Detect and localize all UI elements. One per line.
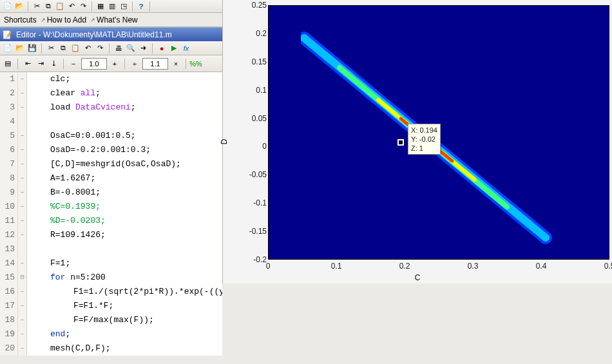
fold-marker[interactable]: –	[18, 101, 27, 115]
fold-marker[interactable]: –	[18, 341, 27, 356]
cut-icon[interactable]: ✂	[46, 43, 56, 53]
code-text[interactable]: end;	[27, 327, 222, 341]
fold-marker[interactable]: –	[18, 313, 27, 327]
fold-marker[interactable]: –	[18, 214, 27, 228]
help-icon[interactable]: ?	[136, 1, 146, 12]
code-line[interactable]: 18–F=F/max(max(F));	[0, 313, 222, 327]
undo-icon[interactable]: ↶	[82, 43, 93, 53]
fold-marker[interactable]: ⊟	[18, 271, 27, 285]
guide-icon[interactable]: ▥	[107, 1, 117, 12]
paste-icon[interactable]: 📋	[55, 1, 65, 12]
fold-marker[interactable]: –	[18, 256, 27, 271]
open-file-icon[interactable]: 📂	[15, 43, 25, 53]
code-line[interactable]: 8–A=1.6267;	[0, 171, 222, 186]
code-editor[interactable]: 1–clc;2–clear all;3–load DataCviceni;45–…	[0, 72, 222, 356]
increment-value-1[interactable]	[81, 58, 107, 70]
code-text[interactable]: mesh(C,D,F);	[27, 341, 222, 356]
code-text[interactable]: F1=1./(sqrt(2*pi*R)).*exp(-((y(n)-A*y(n-…	[27, 285, 222, 299]
code-text[interactable]: OsaC=0:0.001:0.5;	[27, 129, 222, 143]
fold-marker[interactable]	[18, 242, 27, 256]
code-line[interactable]: 5–OsaC=0:0.001:0.5;	[0, 129, 222, 143]
breakpoint-icon[interactable]: ●	[157, 43, 167, 53]
fold-marker[interactable]: –	[18, 285, 27, 299]
whats-new-link[interactable]: ↗What's New	[90, 15, 138, 24]
redo-icon[interactable]: ↷	[95, 43, 105, 53]
simulink-icon[interactable]: ▦	[95, 1, 106, 12]
code-text[interactable]: %D=-0.0203;	[27, 214, 222, 228]
divide-icon[interactable]: ÷	[129, 59, 140, 69]
code-line[interactable]: 1–clc;	[0, 72, 222, 86]
fold-marker[interactable]: –	[18, 228, 27, 242]
code-line[interactable]: 14–F=1;	[0, 256, 222, 271]
code-line[interactable]: 10–%C=0.1939;	[0, 200, 222, 214]
code-line[interactable]: 4	[0, 115, 222, 129]
code-text[interactable]: F=F/max(max(F));	[27, 313, 222, 327]
code-text[interactable]: load DataCviceni;	[27, 101, 222, 115]
code-line[interactable]: 9–B=-0.8001;	[0, 186, 222, 200]
cell-icon[interactable]: ▤	[3, 59, 13, 69]
code-text[interactable]: %C=0.1939;	[27, 200, 222, 214]
paste-icon[interactable]: 📋	[70, 43, 81, 53]
code-text[interactable]	[27, 115, 222, 129]
multiply-icon[interactable]: ×	[171, 59, 181, 69]
code-text[interactable]: OsaD=-0.2:0.001:0.3;	[27, 143, 222, 157]
fold-marker[interactable]: –	[18, 143, 27, 157]
datatip-marker[interactable]	[397, 139, 404, 146]
cut-icon[interactable]: ✂	[32, 1, 42, 12]
open-icon[interactable]: 📂	[14, 1, 24, 12]
fx-label[interactable]: fx	[181, 43, 191, 53]
code-text[interactable]: A=1.6267;	[27, 171, 222, 186]
print-icon[interactable]: 🖶	[113, 43, 124, 53]
profiler-icon[interactable]: ◳	[119, 1, 129, 12]
indent-right-icon[interactable]: ⇥	[35, 59, 46, 69]
new-file-icon[interactable]: 📄	[3, 43, 13, 53]
fold-marker[interactable]: –	[18, 299, 27, 313]
redo-icon[interactable]: ↷	[78, 1, 88, 12]
save-icon[interactable]: 💾	[27, 43, 37, 53]
find-icon[interactable]: 🔍	[126, 43, 136, 53]
code-line[interactable]: 12–R=109.1426;	[0, 228, 222, 242]
fold-marker[interactable]	[18, 115, 27, 129]
percent-icon[interactable]: %%	[191, 59, 201, 69]
fold-marker[interactable]: –	[18, 157, 27, 171]
fold-marker[interactable]: –	[18, 200, 27, 214]
code-line[interactable]: 6–OsaD=-0.2:0.001:0.3;	[0, 143, 222, 157]
code-text[interactable]: clear all;	[27, 86, 222, 101]
datatip[interactable]: X: 0.194 Y: -0.02 Z: 1	[408, 124, 441, 155]
code-line[interactable]: 19–end;	[0, 327, 222, 341]
code-line[interactable]: 2–clear all;	[0, 86, 222, 101]
indent-left-icon[interactable]: ⇤	[23, 59, 33, 69]
code-line[interactable]: 13	[0, 242, 222, 256]
code-line[interactable]: 16–F1=1./(sqrt(2*pi*R)).*exp(-((y(n)-A*y…	[0, 285, 222, 299]
fold-marker[interactable]: –	[18, 186, 27, 200]
increment-value-2[interactable]	[142, 58, 168, 70]
code-text[interactable]: B=-0.8001;	[27, 186, 222, 200]
fold-marker[interactable]: –	[18, 72, 27, 86]
section-down-icon[interactable]: ⤓	[48, 59, 59, 69]
code-line[interactable]: 3–load DataCviceni;	[0, 101, 222, 115]
code-line[interactable]: 17–F=F1.*F;	[0, 299, 222, 313]
code-line[interactable]: 20–mesh(C,D,F);	[0, 341, 222, 356]
code-text[interactable]: [C,D]=meshgrid(OsaC,OsaD);	[27, 157, 222, 171]
run-icon[interactable]: ▶	[169, 43, 179, 53]
code-line[interactable]: 15⊟for n=5:200	[0, 271, 222, 285]
code-text[interactable]	[27, 242, 222, 256]
plus-icon[interactable]: +	[110, 59, 120, 69]
fold-marker[interactable]: –	[18, 129, 27, 143]
plot-area[interactable]: X: 0.194 Y: -0.02 Z: 1	[268, 5, 609, 260]
code-text[interactable]: R=109.1426;	[27, 228, 222, 242]
goto-icon[interactable]: ➜	[138, 43, 148, 53]
how-to-add-link[interactable]: ↗How to Add	[41, 15, 86, 24]
code-text[interactable]: clc;	[27, 72, 222, 86]
new-icon[interactable]: 📄	[3, 1, 13, 12]
code-line[interactable]: 11–%D=-0.0203;	[0, 214, 222, 228]
fold-marker[interactable]: –	[18, 327, 27, 341]
code-text[interactable]: for n=5:200	[27, 271, 222, 285]
copy-icon[interactable]: ⧉	[43, 1, 53, 12]
code-text[interactable]: F=F1.*F;	[27, 299, 222, 313]
fold-marker[interactable]: –	[18, 171, 27, 186]
fold-marker[interactable]: –	[18, 86, 27, 101]
code-text[interactable]: F=1;	[27, 256, 222, 271]
undo-icon[interactable]: ↶	[66, 1, 77, 12]
minus-icon[interactable]: −	[68, 59, 79, 69]
